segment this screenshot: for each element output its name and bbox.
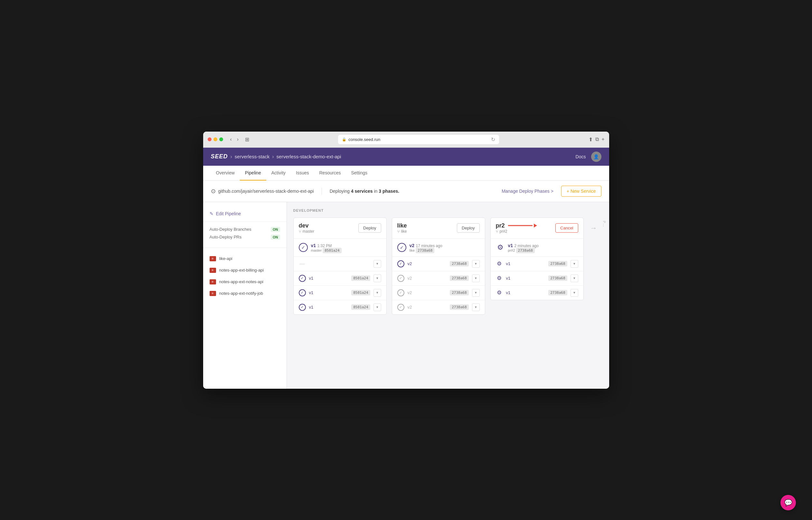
sidebar-service-notes-api[interactable]: notes-app-ext-notes-api [203,276,286,288]
build-time-like: 17 minutes ago [416,243,442,248]
deploy-mid: in [374,188,378,194]
traffic-lights [208,137,223,141]
stage-name-wrapper-pr2: pr2 pr#2 [496,223,537,234]
service-icon-notify-job [210,291,216,296]
build-version-pr2: v1 [508,243,513,248]
service-commit-like-2: 2738a68 [450,290,468,295]
service-row-dev-1: ✓ v1 8501a24 ▾ [294,271,386,286]
service-commit-dev-1: 8501a24 [351,276,370,281]
build-meta-like: like 2738a68 [409,249,480,253]
sidebar-service-like-api[interactable]: like-api [203,253,286,264]
minimize-button[interactable] [213,137,217,141]
browser-chrome: ‹ › ⊞ 🔒 console.seed.run ↻ ⬆ ⧉ + [203,132,609,148]
back-button[interactable]: ‹ [228,136,234,143]
breadcrumb-sep-1: › [230,154,232,160]
lock-icon: 🔒 [342,137,347,141]
tab-settings[interactable]: Settings [346,166,373,181]
new-tab-button[interactable]: + [602,136,604,142]
sidebar: ✎ Edit Pipeline Auto-Deploy Branches ON … [203,202,287,389]
stage-name-dev: dev [299,223,314,229]
chevron-button-like-2[interactable]: ▾ [472,289,480,297]
build-version-dev: v1 [311,243,316,248]
check-icon-dev-3: ✓ [299,304,306,311]
next-stage-arrow-icon: → [590,224,597,232]
service-commit-pr2-2: 2738a68 [548,290,567,295]
auto-deploy-branches-label: Auto-Deploy Branches [210,227,251,232]
docs-link[interactable]: Docs [576,154,586,159]
stage-branch-dev: master [299,229,314,234]
chevron-button-like-3[interactable]: ▾ [472,304,480,311]
chevron-button-like-0[interactable]: ▾ [472,260,480,268]
auto-deploy-prs-value: ON [271,235,280,240]
deploy-button-dev[interactable]: Deploy [358,223,381,233]
service-version-pr2-0: v1 [506,261,545,266]
chevron-button-like-1[interactable]: ▾ [472,275,480,282]
github-link[interactable]: ⊙ github.com/jayair/serverless-stack-dem… [211,188,322,195]
service-row-like-0: ✓ v2 2738a68 ▾ [392,257,485,271]
stage-card-dev: dev master Deploy ✓ v1 1:32 PM ma [293,217,387,315]
chat-bubble-button[interactable]: 💬 [781,495,796,510]
address-bar[interactable]: 🔒 console.seed.run ↻ [338,135,499,144]
service-commit-pr2-0: 2738a68 [548,261,567,266]
deploy-phases: 3 phases. [379,188,399,194]
tab-pipeline[interactable]: Pipeline [240,166,266,181]
close-button[interactable] [208,137,211,141]
deploy-button-like[interactable]: Deploy [457,223,479,233]
service-commit-like-3: 2738a68 [450,305,468,310]
chevron-button-pr2-0[interactable]: ▾ [570,260,578,268]
sidebar-service-notify-job[interactable]: notes-app-ext-notify-job [203,288,286,299]
build-commit-dev: 8501a24 [323,248,341,253]
forward-button[interactable]: › [235,136,240,143]
tab-overview[interactable]: Overview [211,166,240,181]
chevron-button-dev-0[interactable]: ▾ [374,260,381,268]
service-icon-billing-api [210,268,216,273]
tab-activity[interactable]: Activity [266,166,291,181]
chevron-button-dev-2[interactable]: ▾ [374,289,381,297]
github-url: github.com/jayair/serverless-stack-demo-… [218,188,314,194]
deploy-prefix: Deploying [330,188,350,194]
main-content: ⊙ github.com/jayair/serverless-stack-dem… [203,181,609,389]
check-icon-dev-1: ✓ [299,275,306,282]
breadcrumb-link-1[interactable]: serverless-stack [235,154,270,159]
stages-row: dev master Deploy ✓ v1 1:32 PM ma [293,217,603,315]
chevron-button-dev-3[interactable]: ▾ [374,304,381,311]
sidebar-service-billing-api[interactable]: notes-app-ext-billing-api [203,264,286,276]
avatar: 👤 [591,152,602,162]
service-commit-dev-2: 8501a24 [351,290,370,295]
chevron-button-pr2-2[interactable]: ▾ [570,289,578,297]
service-name-billing-api: notes-app-ext-billing-api [219,268,264,272]
edit-pipeline-button[interactable]: ✎ Edit Pipeline [203,209,286,222]
tab-resources[interactable]: Resources [314,166,346,181]
maximize-button[interactable] [219,137,223,141]
cancel-button-pr2[interactable]: Cancel [555,223,578,233]
stage-name-like: like [397,223,407,229]
stage-header-pr2: pr2 pr#2 Cancel [491,218,583,239]
manage-deploy-phases-button[interactable]: Manage Deploy Phases > [502,188,554,194]
breadcrumb-link-2[interactable]: serverless-stack-demo-ext-api [277,154,341,159]
reload-icon[interactable]: ↻ [491,136,495,142]
check-icon-dev-2: ✓ [299,289,306,296]
chevron-button-pr2-1[interactable]: ▾ [570,275,578,282]
build-summary-dev: ✓ v1 1:32 PM master 8501a24 [294,239,386,257]
build-info-dev: v1 1:32 PM master 8501a24 [311,243,381,253]
next-stage-label: P… [602,217,606,227]
service-row-pr2-2: ⚙ v1 2738a68 ▾ [491,286,583,300]
chevron-button-dev-1[interactable]: ▾ [374,275,381,282]
tab-issues[interactable]: Issues [291,166,314,181]
build-commit-like: 2738a68 [416,248,434,253]
check-icon-like-2: ✓ [397,289,404,296]
new-service-button[interactable]: + New Service [561,186,602,197]
service-commit-pr2-1: 2738a68 [548,276,567,281]
duplicate-button[interactable]: ⧉ [595,136,599,142]
service-version-like-0: v2 [408,261,447,266]
service-row-dev-3: ✓ v1 8501a24 ▾ [294,300,386,314]
sidebar-toggle-button[interactable]: ⊞ [243,136,251,143]
auto-deploy-prs-label: Auto-Deploy PRs [210,235,242,239]
check-icon-like-3: ✓ [397,304,404,311]
info-bar: ⊙ github.com/jayair/serverless-stack-dem… [203,181,609,202]
nav-tabs: Overview Pipeline Activity Issues Resour… [203,166,609,181]
breadcrumb-sep-2: › [272,154,274,160]
stage-header-like: like like Deploy [392,218,485,239]
service-commit-dev-3: 8501a24 [351,305,370,310]
share-button[interactable]: ⬆ [588,136,593,142]
